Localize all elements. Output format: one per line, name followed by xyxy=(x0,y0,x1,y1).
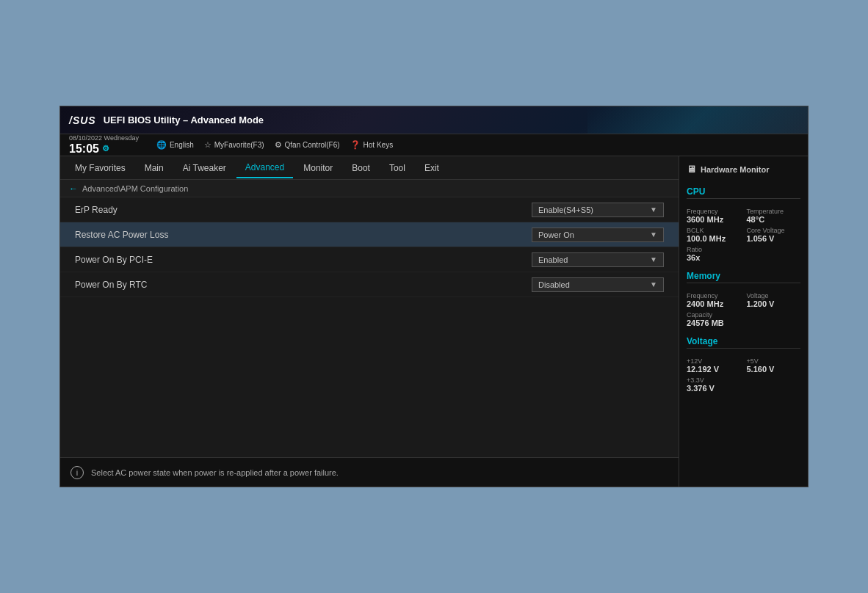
language-icon: 🌐 xyxy=(156,140,167,150)
hotkeys-icon: ❓ xyxy=(350,140,361,150)
cpu-bclk-value: 100.0 MHz xyxy=(687,234,741,243)
qfan-button[interactable]: ⚙ Qfan Control(F6) xyxy=(275,140,340,150)
cpu-core-voltage-item: Core Voltage 1.056 V xyxy=(747,227,801,243)
nav-item-tool[interactable]: Tool xyxy=(380,159,414,178)
v12-label: +12V xyxy=(687,357,741,365)
toolbar: 08/10/2022 Wednesday 15:05 ⚙ 🌐 English ☆… xyxy=(60,134,808,156)
cpu-frequency-item: Frequency 3600 MHz xyxy=(687,208,741,224)
cpu-temperature-label: Temperature xyxy=(747,208,801,215)
restore-ac-label: Restore AC Power Loss xyxy=(75,230,532,240)
qfan-label: Qfan Control(F6) xyxy=(285,141,340,149)
erp-ready-value: Enable(S4+S5) xyxy=(538,205,593,214)
restore-ac-dropdown[interactable]: Power On ▼ xyxy=(532,228,664,242)
language-label: English xyxy=(170,141,194,149)
nav-menu: My Favorites Main Ai Tweaker Advanced Mo… xyxy=(60,156,679,180)
cpu-section-title: CPU xyxy=(687,186,800,199)
memory-voltage-item: Voltage 1.200 V xyxy=(747,292,801,308)
v12-item: +12V 12.192 V xyxy=(687,357,741,374)
memory-grid: Frequency 2400 MHz Voltage 1.200 V Capac… xyxy=(687,292,800,327)
pcie-dropdown[interactable]: Enabled ▼ xyxy=(532,252,664,267)
memory-frequency-item: Frequency 2400 MHz xyxy=(687,292,741,308)
hotkeys-label: Hot Keys xyxy=(364,141,394,149)
erp-ready-label: ErP Ready xyxy=(75,205,532,215)
pcie-label: Power On By PCI-E xyxy=(75,255,532,265)
nav-item-my-favorites[interactable]: My Favorites xyxy=(66,159,134,178)
cpu-bclk-label: BCLK xyxy=(687,227,741,234)
cpu-ratio-label: Ratio xyxy=(687,246,741,253)
nav-item-advanced[interactable]: Advanced xyxy=(236,158,293,178)
hotkeys-button[interactable]: ❓ Hot Keys xyxy=(350,140,394,150)
nav-item-main[interactable]: Main xyxy=(136,159,173,178)
memory-capacity-value: 24576 MB xyxy=(687,319,800,327)
settings-gear-icon[interactable]: ⚙ xyxy=(102,144,109,153)
breadcrumb: ← Advanced\APM Configuration xyxy=(60,180,679,197)
memory-frequency-value: 2400 MHz xyxy=(687,299,741,308)
header-title: UEFI BIOS Utility – Advanced Mode xyxy=(104,114,264,125)
cpu-frequency-value: 3600 MHz xyxy=(687,215,741,224)
v5-value: 5.160 V xyxy=(747,365,801,374)
hw-monitor-title: 🖥 Hardware Monitor xyxy=(687,164,800,175)
v33-item: +3.3V 3.376 V xyxy=(687,376,741,393)
setting-row-pcie[interactable]: Power On By PCI-E Enabled ▼ xyxy=(60,247,679,272)
memory-capacity-label: Capacity xyxy=(687,311,800,319)
memory-frequency-label: Frequency xyxy=(687,292,741,299)
setting-row-rtc[interactable]: Power On By RTC Disabled ▼ xyxy=(60,272,679,297)
v33-label: +3.3V xyxy=(687,376,741,384)
v33-value: 3.376 V xyxy=(687,384,741,393)
cpu-temperature-value: 48°C xyxy=(747,215,801,224)
datetime-display: 08/10/2022 Wednesday 15:05 ⚙ xyxy=(69,135,139,155)
memory-voltage-value: 1.200 V xyxy=(747,299,801,308)
dropdown-arrow-icon-3: ▼ xyxy=(650,255,657,263)
nav-item-boot[interactable]: Boot xyxy=(343,159,379,178)
info-bar: i Select AC power state when power is re… xyxy=(60,457,679,487)
pcie-value: Enabled xyxy=(538,255,568,264)
monitor-icon: 🖥 xyxy=(687,164,696,175)
memory-voltage-label: Voltage xyxy=(747,292,801,299)
v5-item: +5V 5.160 V xyxy=(747,357,801,374)
cpu-ratio-value: 36x xyxy=(687,253,741,262)
rtc-label: Power On By RTC xyxy=(75,280,532,290)
cpu-bclk-item: BCLK 100.0 MHz xyxy=(687,227,741,243)
restore-ac-value: Power On xyxy=(538,230,574,239)
erp-ready-dropdown[interactable]: Enable(S4+S5) ▼ xyxy=(532,203,664,217)
dropdown-arrow-icon-4: ▼ xyxy=(650,280,657,288)
v5-label: +5V xyxy=(747,357,801,365)
settings-area: ErP Ready Enable(S4+S5) ▼ Restore AC Pow… xyxy=(60,197,679,457)
cpu-ratio-item: Ratio 36x xyxy=(687,246,741,262)
cpu-core-voltage-label: Core Voltage xyxy=(747,227,801,234)
bios-window: /SUS UEFI BIOS Utility – Advanced Mode 0… xyxy=(59,106,809,487)
rtc-dropdown[interactable]: Disabled ▼ xyxy=(532,277,664,292)
qfan-icon: ⚙ xyxy=(275,140,282,150)
dropdown-arrow-icon: ▼ xyxy=(650,205,657,214)
language-button[interactable]: 🌐 English xyxy=(156,140,194,150)
info-text: Select AC power state when power is re-a… xyxy=(91,468,339,477)
nav-item-exit[interactable]: Exit xyxy=(416,159,448,178)
hw-monitor-label: Hardware Monitor xyxy=(701,165,770,174)
cpu-frequency-label: Frequency xyxy=(687,208,741,215)
rtc-value: Disabled xyxy=(538,280,570,289)
hardware-monitor-panel: 🖥 Hardware Monitor CPU Frequency 3600 MH… xyxy=(679,156,808,487)
toolbar-actions: 🌐 English ☆ MyFavorite(F3) ⚙ Qfan Contro… xyxy=(156,140,393,150)
voltage-grid: +12V 12.192 V +5V 5.160 V +3.3V 3.376 V xyxy=(687,357,800,393)
nav-item-monitor[interactable]: Monitor xyxy=(294,159,341,178)
myfavorite-label: MyFavorite(F3) xyxy=(214,141,264,149)
memory-capacity-item: Capacity 24576 MB xyxy=(687,311,800,327)
date-display: 08/10/2022 Wednesday xyxy=(69,135,139,142)
dropdown-arrow-icon-2: ▼ xyxy=(650,230,657,239)
setting-row-restore-ac[interactable]: Restore AC Power Loss Power On ▼ xyxy=(60,222,679,247)
setting-row-erp[interactable]: ErP Ready Enable(S4+S5) ▼ xyxy=(60,197,679,222)
memory-section-title: Memory xyxy=(687,271,800,283)
myfavorite-button[interactable]: ☆ MyFavorite(F3) xyxy=(204,140,264,150)
main-area: My Favorites Main Ai Tweaker Advanced Mo… xyxy=(60,156,808,487)
back-arrow-icon[interactable]: ← xyxy=(69,183,78,194)
breadcrumb-path: Advanced\APM Configuration xyxy=(82,184,188,193)
v12-value: 12.192 V xyxy=(687,365,741,374)
info-icon: i xyxy=(70,466,84,479)
cpu-temperature-item: Temperature 48°C xyxy=(747,208,801,224)
left-panel: My Favorites Main Ai Tweaker Advanced Mo… xyxy=(60,156,679,487)
asus-logo: /SUS xyxy=(69,114,96,126)
header-bar: /SUS UEFI BIOS Utility – Advanced Mode xyxy=(60,106,808,134)
nav-item-ai-tweaker[interactable]: Ai Tweaker xyxy=(174,159,235,178)
cpu-core-voltage-value: 1.056 V xyxy=(747,234,801,243)
cpu-grid: Frequency 3600 MHz Temperature 48°C BCLK… xyxy=(687,208,800,262)
